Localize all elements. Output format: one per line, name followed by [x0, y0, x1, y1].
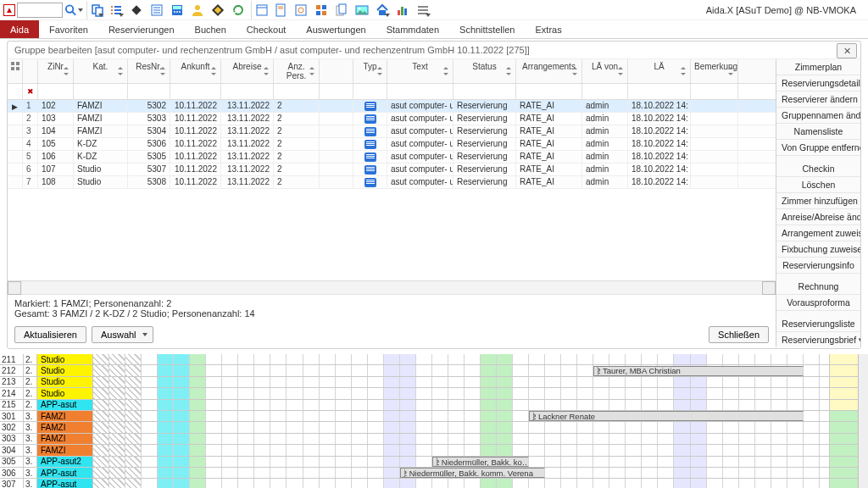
svg-line-1 — [72, 11, 75, 14]
col-text[interactable]: Text — [387, 59, 453, 83]
calc-icon[interactable] — [168, 1, 186, 19]
sidemenu-item[interactable]: Arrangement zuweisen — [776, 225, 860, 241]
zimmerplan-row[interactable]: 2122.Studio2 Taurer, MBA Christian — [0, 365, 868, 376]
menu-reservierungen[interactable]: Reservierungen — [98, 20, 185, 38]
menu-auswertungen[interactable]: Auswertungen — [296, 20, 376, 38]
panel-close-button[interactable]: ✕ — [837, 43, 857, 58]
zimmerplan-vscroll[interactable] — [858, 354, 868, 488]
hscroll-right-button[interactable] — [762, 281, 776, 295]
menu-stammdaten[interactable]: Stammdaten — [376, 20, 449, 38]
sidemenu-item[interactable]: Reservierer ändern — [776, 92, 860, 108]
hscroll-left-button[interactable] — [8, 281, 21, 295]
refresh-icon[interactable] — [229, 1, 248, 19]
col-zinr[interactable]: ZiNr — [38, 59, 74, 83]
sidemenu-item[interactable]: Zimmer hinzufügen — [776, 193, 860, 209]
zimmerplan-row[interactable]: 2132.Studio — [0, 377, 868, 388]
sidemenu-item[interactable]: Zimmerplan — [776, 59, 860, 75]
zimmerplan-row[interactable]: 2142.Studio — [0, 388, 868, 399]
col-status[interactable]: Status — [453, 59, 516, 83]
col-kat[interactable]: Kat. — [74, 59, 128, 83]
table-row[interactable]: 5106K-DZ530510.11.202213.11.20222asut co… — [8, 151, 776, 164]
sidemenu-item[interactable]: Gruppennamen ändern — [776, 108, 860, 124]
zimmerplan-row[interactable]: 2152.APP-asut — [0, 400, 868, 411]
sidemenu-item[interactable]: Namensliste — [776, 124, 860, 140]
select-button[interactable]: Auswahl — [92, 326, 153, 343]
sidemenu-item[interactable]: Reservierungsliste — [776, 316, 860, 332]
page-icon[interactable] — [271, 1, 290, 19]
list-icon[interactable] — [107, 1, 125, 19]
pages-icon[interactable] — [332, 1, 351, 19]
stats-icon[interactable] — [393, 1, 412, 19]
zimmerplan-row[interactable]: 3033.FAMZI — [0, 434, 868, 445]
grid-menu-icon[interactable] — [10, 61, 20, 71]
alert-icon[interactable]: ▲ — [3, 4, 15, 16]
col-typ[interactable]: Typ — [353, 59, 387, 83]
table-row[interactable]: 6107Studio530710.11.202213.11.20222asut … — [8, 164, 776, 176]
sidemenu-item[interactable]: Anreise/Abreise ändern — [776, 209, 860, 225]
grid-hscroll[interactable] — [8, 280, 776, 294]
col-anzpers[interactable]: Anz. Pers. — [274, 59, 320, 83]
menu-favoriten[interactable]: Favoriten — [39, 20, 98, 38]
zimmerplan-row[interactable]: 3013.FAMZI2 Lackner Renate — [0, 411, 868, 422]
col-arrangements[interactable]: Arrangements — [516, 59, 582, 83]
sidemenu-item[interactable]: Reservierungsbrief ▾ — [776, 332, 860, 347]
image-icon[interactable] — [353, 1, 371, 19]
zimmerplan-row[interactable]: 3073.APP-asut — [0, 479, 868, 488]
window-icon[interactable] — [251, 1, 270, 19]
col-la[interactable]: LÄ — [628, 59, 691, 83]
quick-search-input[interactable] — [17, 3, 63, 18]
diamond-icon[interactable] — [127, 1, 146, 19]
close-button[interactable]: Schließen — [709, 326, 769, 343]
preview-icon[interactable] — [292, 1, 310, 19]
zimmerplan[interactable]: 2112.Studio2122.Studio2 Taurer, MBA Chri… — [0, 354, 868, 488]
menu-bar: Aida Favoriten Reservierungen Buchen Che… — [0, 20, 868, 39]
zimmerplan-row[interactable]: 3043.FAMZI — [0, 445, 868, 456]
col-lavon[interactable]: LÄ von — [582, 59, 628, 83]
form-icon[interactable] — [147, 1, 166, 19]
reservation-bar[interactable]: 2 Niedermüller, Bakk. ko… — [432, 457, 529, 467]
sidemenu-item[interactable]: Fixbuchung zuweisen — [776, 241, 860, 258]
col-abreise[interactable]: Abreise — [221, 59, 274, 83]
col-bemerkung[interactable]: Bemerkung — [691, 59, 738, 83]
zimmerplan-row[interactable]: 3023.FAMZI — [0, 422, 868, 433]
grid-icon[interactable] — [312, 1, 331, 19]
sidemenu-item[interactable]: Vorausproforma — [776, 295, 860, 311]
tag-icon[interactable] — [209, 1, 227, 19]
panel-info: Markiert: 1 FAMZI; Personenanzahl: 2 Ges… — [8, 294, 776, 322]
zimmerplan-row[interactable]: 2112.Studio — [0, 354, 868, 365]
home-icon[interactable] — [373, 1, 392, 19]
zimmerplan-row[interactable]: 3063.APP-asut2 Niedermüller, Bakk. komm.… — [0, 468, 868, 479]
user-icon[interactable] — [188, 1, 207, 19]
reservation-bar[interactable]: 2 Niedermüller, Bakk. komm. Verena — [400, 468, 545, 478]
sidemenu-item[interactable]: Löschen — [776, 177, 860, 193]
reservation-bar[interactable]: 2 Lackner Renate — [529, 411, 804, 421]
search-icon[interactable] — [64, 1, 83, 19]
table-row[interactable]: 3104FAMZI530410.11.202213.11.20222asut c… — [8, 125, 776, 138]
sidemenu-item[interactable]: Rechnung — [776, 279, 860, 295]
sidemenu-item[interactable]: Checkin — [776, 161, 860, 177]
menu-schnittstellen[interactable]: Schnittstellen — [449, 20, 525, 38]
bars-icon[interactable] — [414, 1, 432, 19]
menu-aida[interactable]: Aida — [0, 20, 39, 38]
menu-extras[interactable]: Extras — [525, 20, 571, 38]
menu-checkout[interactable]: Checkout — [236, 20, 296, 38]
svg-rect-28 — [296, 5, 306, 15]
sidemenu-item[interactable]: Reservierungsinfo — [776, 258, 860, 274]
svg-rect-4 — [111, 6, 113, 8]
svg-point-19 — [179, 11, 181, 13]
table-row[interactable]: 4105K-DZ530610.11.202213.11.20222asut co… — [8, 138, 776, 151]
sidemenu-item[interactable]: Reservierungsdetails — [776, 75, 860, 92]
pin-icon[interactable]: ✖ — [23, 84, 38, 99]
menu-buchen[interactable]: Buchen — [185, 20, 236, 38]
grid-body[interactable]: ▶1102FAMZI530210.11.202213.11.20222asut … — [8, 100, 776, 191]
sidemenu-item[interactable]: Von Gruppe entfernen — [776, 140, 860, 156]
col-resnr[interactable]: ResNr. — [128, 59, 170, 83]
reservation-bar[interactable]: 2 Taurer, MBA Christian — [593, 366, 804, 376]
table-row[interactable]: 2103FAMZI530310.11.202213.11.20222asut c… — [8, 113, 776, 125]
refresh-button[interactable]: Aktualisieren — [14, 326, 86, 343]
table-row[interactable]: 7108Studio530810.11.202213.11.20222asut … — [8, 176, 776, 189]
col-ankunft[interactable]: Ankunft — [170, 59, 221, 83]
copy-icon[interactable] — [86, 1, 105, 19]
table-row[interactable]: ▶1102FAMZI530210.11.202213.11.20222asut … — [8, 100, 776, 113]
zimmerplan-row[interactable]: 3053.APP-asut22 Niedermüller, Bakk. ko… — [0, 457, 868, 468]
